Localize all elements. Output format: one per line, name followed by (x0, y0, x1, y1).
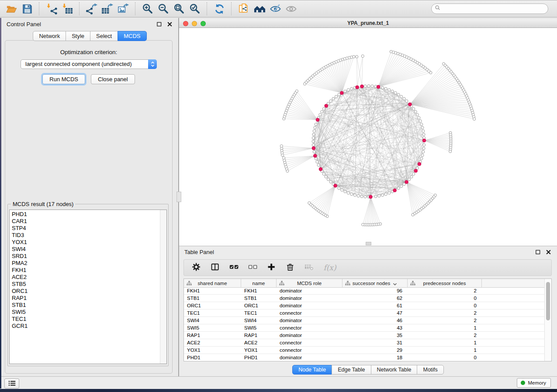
close-panel-button[interactable] (545, 248, 552, 255)
network-node[interactable] (316, 161, 318, 163)
cell-predecessor-nodes[interactable]: 2 (408, 317, 482, 324)
network-node[interactable] (329, 100, 332, 102)
table-row[interactable]: FKH1FKH1dominator962 (184, 287, 551, 295)
cell-predecessor-nodes[interactable]: 0 (408, 302, 482, 309)
table-row[interactable]: ACE2ACE2connector311 (184, 339, 551, 347)
tab-node-table[interactable]: Node Table (292, 365, 332, 375)
cell-shared-name[interactable]: ORC1 (184, 302, 241, 309)
export-network-button[interactable] (84, 2, 100, 16)
float-panel-button[interactable] (534, 248, 541, 255)
network-node[interactable] (360, 195, 363, 198)
cell-predecessor-nodes[interactable]: 1 (408, 339, 482, 346)
cell-predecessor-nodes[interactable]: 1 (408, 347, 482, 354)
network-node[interactable] (357, 195, 360, 197)
network-node[interactable] (356, 55, 358, 58)
network-node[interactable] (384, 193, 387, 196)
network-node[interactable] (367, 85, 370, 87)
mcds-node[interactable] (369, 195, 373, 199)
network-node[interactable] (332, 97, 335, 100)
network-node[interactable] (371, 85, 374, 87)
network-node[interactable] (473, 118, 476, 120)
network-node[interactable] (408, 178, 411, 181)
mcds-result-item[interactable]: RAP1 (10, 295, 160, 302)
network-node[interactable] (423, 144, 426, 146)
cell-predecessor-nodes[interactable]: 2 (408, 332, 482, 339)
mcds-result-item[interactable]: STB5 (10, 281, 160, 288)
cell-shared-name[interactable]: STB1 (184, 295, 241, 302)
network-node[interactable] (388, 89, 391, 91)
network-node[interactable] (347, 192, 349, 194)
cell-shared-name[interactable]: SWI4 (184, 317, 241, 324)
network-node[interactable] (312, 133, 315, 136)
cell-mcds-role[interactable]: dominator (277, 295, 343, 302)
cell-successor-nodes[interactable]: 61 (343, 302, 408, 309)
cell-successor-nodes[interactable]: 35 (343, 332, 408, 339)
cell-predecessor-nodes[interactable]: 0 (408, 295, 482, 302)
table-row[interactable]: SWI4SWI4dominator462 (184, 317, 551, 324)
column-header-mcds-role[interactable]: MCDS role (277, 279, 343, 287)
mcds-node[interactable] (408, 103, 412, 106)
network-node[interactable] (422, 147, 425, 150)
mcds-node[interactable] (334, 184, 337, 188)
import-table-button[interactable] (59, 2, 75, 16)
column-settings-button[interactable] (191, 262, 202, 273)
mcds-node[interactable] (422, 139, 426, 142)
cell-successor-nodes[interactable]: 43 (343, 324, 408, 331)
network-node[interactable] (374, 195, 377, 198)
network-node[interactable] (353, 55, 355, 58)
cell-successor-nodes[interactable]: 47 (343, 309, 408, 316)
criterion-dropdown[interactable]: largest connected component (undirected) (21, 59, 157, 69)
tab-network[interactable]: Network (33, 31, 66, 41)
cell-mcds-role[interactable]: connector (277, 347, 343, 354)
mcds-result-item[interactable]: STP4 (10, 225, 160, 232)
network-node[interactable] (400, 185, 403, 188)
column-header-shared-name[interactable]: shared name (184, 279, 241, 287)
mcds-result-item[interactable]: TID3 (10, 232, 160, 239)
network-node[interactable] (283, 157, 285, 159)
network-node[interactable] (329, 181, 332, 183)
refresh-view-button[interactable] (211, 2, 227, 16)
cell-shared-name[interactable]: SWI5 (184, 324, 241, 331)
network-node[interactable] (397, 187, 400, 189)
mcds-node[interactable] (393, 189, 397, 192)
close-panel-button-mcds[interactable]: Close panel (91, 74, 135, 84)
network-node[interactable] (412, 107, 415, 110)
mcds-result-item[interactable]: STB1 (10, 302, 160, 309)
network-node[interactable] (429, 71, 432, 74)
network-node[interactable] (418, 117, 420, 119)
cell-name[interactable]: PHD1 (241, 354, 277, 361)
mcds-result-item[interactable]: PHD1 (10, 211, 160, 218)
cell-name[interactable]: TEC1 (241, 309, 277, 316)
network-node[interactable] (422, 133, 425, 136)
cell-name[interactable]: SWI4 (241, 317, 277, 324)
cell-predecessor-nodes[interactable]: 2 (408, 309, 482, 316)
network-node[interactable] (412, 173, 415, 175)
network-node[interactable] (317, 164, 320, 166)
mcds-result-item[interactable]: SRD1 (10, 253, 160, 260)
mcds-node[interactable] (319, 168, 322, 171)
home-button[interactable] (252, 2, 267, 16)
network-node[interactable] (362, 223, 364, 226)
window-maximize-button[interactable] (201, 21, 206, 26)
mcds-node[interactable] (312, 147, 315, 150)
cell-shared-name[interactable]: PHD1 (184, 354, 241, 361)
cell-mcds-role[interactable]: connector (277, 339, 343, 346)
mcds-result-item[interactable]: CAR1 (10, 218, 160, 225)
tab-network-table[interactable]: Network Table (371, 365, 418, 375)
network-node[interactable] (449, 150, 452, 153)
network-node[interactable] (338, 93, 340, 96)
network-node[interactable] (322, 107, 325, 110)
mcds-result-item[interactable]: GCR1 (10, 323, 160, 330)
cell-successor-nodes[interactable]: 18 (343, 354, 408, 361)
network-node[interactable] (315, 123, 317, 126)
table-scrollbar-thumb[interactable] (546, 282, 550, 320)
mcds-result-item[interactable]: SWI5 (10, 309, 160, 316)
mcds-result-item[interactable]: TEC1 (10, 316, 160, 323)
tab-select[interactable]: Select (90, 31, 118, 41)
cell-shared-name[interactable]: YOX1 (184, 347, 241, 354)
network-node[interactable] (400, 95, 403, 98)
cell-successor-nodes[interactable]: 46 (343, 317, 408, 324)
cell-shared-name[interactable]: ACE2 (184, 339, 241, 346)
network-node[interactable] (312, 137, 315, 139)
cell-name[interactable]: SWI5 (241, 324, 277, 331)
